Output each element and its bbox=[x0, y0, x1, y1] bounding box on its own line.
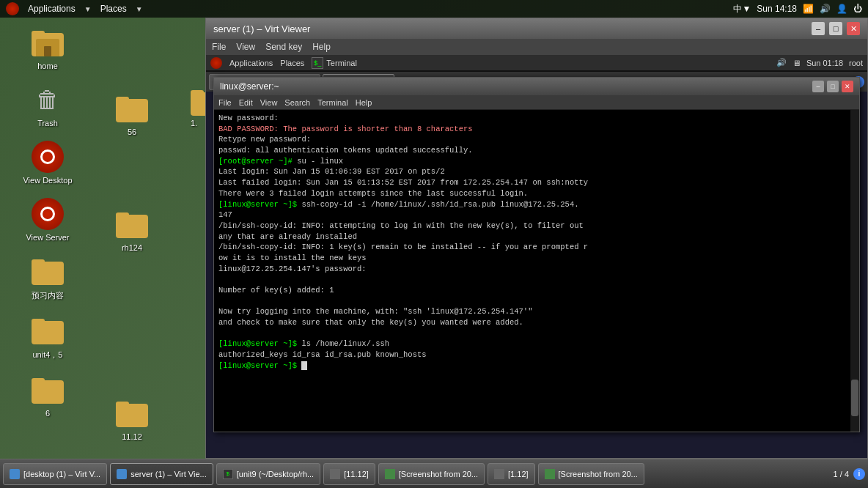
desktop-icon-1112[interactable]: 11.12 bbox=[95, 393, 169, 444]
desktop-icon-view-desktop-label: View Desktop bbox=[23, 176, 72, 185]
taskbar-item-screenshot1[interactable]: [Screenshot from 20... bbox=[378, 463, 485, 485]
guest-terminal-icon: $_ bbox=[312, 57, 323, 69]
close-button[interactable]: ✕ bbox=[847, 22, 860, 35]
guest-places-menu[interactable]: Places bbox=[280, 59, 304, 67]
terminal-line-23: authorized_keys id_rsa id_rsa.pub known_… bbox=[218, 350, 846, 361]
virt-menu-help[interactable]: Help bbox=[312, 42, 331, 52]
virt-viewer-window-controls: – □ ✕ bbox=[812, 22, 860, 35]
clock: Sun 14:18 bbox=[757, 4, 797, 14]
desktop-icon-preview[interactable]: 预习内容 bbox=[11, 251, 84, 304]
desktop-icons-col2: 56 rh124 11.12 bbox=[95, 88, 169, 488]
taskbar-monitor-icon-1 bbox=[10, 469, 20, 479]
terminal-window-controls: – □ ✕ bbox=[812, 81, 853, 92]
guest-volume: 🔊 bbox=[776, 58, 787, 67]
taskbar-info-icon: i bbox=[853, 468, 865, 480]
terminal-line-6: Last login: Sun Jan 15 01:06:39 EST 2017… bbox=[218, 166, 846, 177]
terminal-line-16 bbox=[218, 274, 846, 285]
input-method: 中▼ bbox=[733, 3, 751, 15]
terminal-title: linux@server:~ bbox=[220, 81, 279, 92]
terminal-line-7: Last failed login: Sun Jan 15 01:13:52 E… bbox=[218, 177, 846, 188]
taskbar-image-icon-2 bbox=[545, 469, 555, 479]
terminal-line-21 bbox=[218, 328, 846, 339]
terminal-close[interactable]: ✕ bbox=[842, 81, 853, 92]
virt-viewer-menubar: File View Send key Help bbox=[206, 39, 867, 55]
virt-menu-view[interactable]: View bbox=[236, 42, 255, 52]
virt-menu-file[interactable]: File bbox=[212, 42, 226, 52]
topbar: Applications ▼ Places ▼ 中▼ Sun 14:18 📶 🔊… bbox=[0, 0, 868, 18]
terminal-line-9: [linux@server ~]$ ssh-copy-id -i /home/l… bbox=[218, 199, 846, 210]
virt-menu-sendkey[interactable]: Send key bbox=[265, 42, 302, 52]
view-server-logo bbox=[32, 198, 64, 230]
desktop-icon-unit4[interactable]: unit4，5 bbox=[11, 310, 84, 363]
taskbar-item-desktop[interactable]: [desktop (1) – Virt V... bbox=[3, 463, 107, 485]
guest-desktop: Applications Places $_ Terminal 🔊 🖥 Sun … bbox=[206, 55, 867, 458]
desktop-icon-1112-label: 11.12 bbox=[122, 432, 142, 441]
terminal-minimize[interactable]: – bbox=[812, 81, 824, 92]
guest-applications-menu[interactable]: Applications bbox=[229, 59, 273, 67]
power-icon: ⏻ bbox=[853, 4, 862, 14]
terminal-scrollbar-thumb bbox=[851, 380, 858, 416]
terminal-menu-terminal[interactable]: Terminal bbox=[317, 98, 348, 107]
terminal-line-17: Number of key(s) added: 1 bbox=[218, 285, 846, 296]
terminal-line-3: Retype new password: bbox=[218, 134, 846, 145]
taskbar-folder-icon-2 bbox=[494, 469, 504, 479]
desktop-icon-unit4-label: unit4，5 bbox=[33, 350, 63, 361]
taskbar-right: 1 / 4 i bbox=[834, 468, 865, 480]
applications-menu[interactable]: Applications bbox=[28, 4, 76, 14]
redhat-logo bbox=[6, 2, 19, 15]
desktop-icon-rh124-label: rh124 bbox=[122, 243, 142, 252]
terminal-line-5: [root@server ~]# su - linux bbox=[218, 156, 846, 167]
taskbar-image-icon-1 bbox=[385, 469, 395, 479]
desktop-icon-preview-label: 预习内容 bbox=[32, 290, 64, 301]
terminal-menu-edit[interactable]: Edit bbox=[239, 98, 253, 107]
desktop-icon-home[interactable]: home bbox=[11, 22, 84, 73]
terminal-menu-file[interactable]: File bbox=[218, 98, 232, 107]
terminal-titlebar: linux@server:~ – □ ✕ bbox=[214, 78, 859, 95]
desktop-icon-view-server-label: View Server bbox=[26, 233, 69, 242]
desktop-icon-rh124[interactable]: rh124 bbox=[95, 204, 169, 255]
terminal-line-20: and check to make sure that only the key… bbox=[218, 317, 846, 328]
terminal-line-24: [linux@server ~]$ bbox=[218, 361, 846, 371]
taskbar-item-server[interactable]: server (1) – Virt Vie... bbox=[110, 463, 213, 485]
terminal-menu-search[interactable]: Search bbox=[284, 98, 310, 107]
terminal-content[interactable]: New password: BAD PASSWORD: The password… bbox=[214, 110, 850, 432]
desktop-icon-56[interactable]: 56 bbox=[95, 88, 169, 139]
taskbar-item-112[interactable]: [1.12] bbox=[488, 463, 535, 485]
guest-user: root bbox=[849, 59, 863, 67]
taskbar-112-label: [1.12] bbox=[508, 470, 529, 478]
maximize-button[interactable]: □ bbox=[829, 22, 842, 35]
taskbar-item-unit9[interactable]: $ [unit9 (~/Desktop/rh... bbox=[216, 463, 320, 485]
taskbar-server-label: server (1) – Virt Vie... bbox=[130, 470, 207, 478]
trash-visual: 🗑 bbox=[36, 86, 59, 114]
terminal-line-8: There were 3 failed login attempts since… bbox=[218, 188, 846, 199]
taskbar-desktop-label: [desktop (1) – Virt V... bbox=[23, 470, 100, 478]
places-menu[interactable]: Places bbox=[100, 4, 127, 14]
guest-terminal-launcher[interactable]: $_ Terminal bbox=[312, 57, 357, 69]
taskbar-folder-icon-1 bbox=[330, 469, 340, 479]
desktop-icon-trash[interactable]: 🗑 Trash bbox=[11, 79, 84, 130]
guest-time: Sun 01:18 bbox=[806, 59, 843, 67]
terminal-maximize[interactable]: □ bbox=[827, 81, 839, 92]
terminal-window: linux@server:~ – □ ✕ File Edit View Sear… bbox=[213, 77, 860, 432]
desktop-icon-view-server[interactable]: View Server bbox=[11, 193, 84, 245]
taskbar-1112-label: [11.12] bbox=[344, 470, 369, 478]
taskbar-item-1112[interactable]: [11.12] bbox=[323, 463, 375, 485]
user-icon: 👤 bbox=[836, 4, 847, 14]
terminal-line-11: /bin/ssh-copy-id: INFO: attempting to lo… bbox=[218, 221, 846, 232]
terminal-menu-view[interactable]: View bbox=[260, 98, 278, 107]
volume-icon: 🔊 bbox=[820, 4, 831, 14]
terminal-menu-help[interactable]: Help bbox=[356, 98, 372, 107]
desktop-icon-view-desktop[interactable]: View Desktop bbox=[11, 136, 84, 188]
terminal-line-14: ow it is to install the new keys bbox=[218, 253, 846, 264]
virt-viewer-titlebar: server (1) – Virt Viewer – □ ✕ bbox=[206, 18, 867, 39]
guest-panel: Applications Places $_ Terminal 🔊 🖥 Sun … bbox=[206, 55, 867, 71]
terminal-scrollbar[interactable] bbox=[850, 110, 859, 432]
desktop-icon-56-label: 56 bbox=[128, 127, 136, 136]
taskbar-item-screenshot2[interactable]: [Screenshot from 20... bbox=[538, 463, 644, 485]
desktop-icon-partial-label: 1. bbox=[191, 119, 197, 127]
terminal-line-4: passwd: all authentication tokens update… bbox=[218, 145, 846, 156]
terminal-line-12: any that are already installed bbox=[218, 232, 846, 243]
desktop-icon-6[interactable]: 6 bbox=[11, 369, 84, 421]
terminal-line-2: BAD PASSWORD: The password is shorter th… bbox=[218, 124, 846, 135]
minimize-button[interactable]: – bbox=[812, 22, 825, 35]
